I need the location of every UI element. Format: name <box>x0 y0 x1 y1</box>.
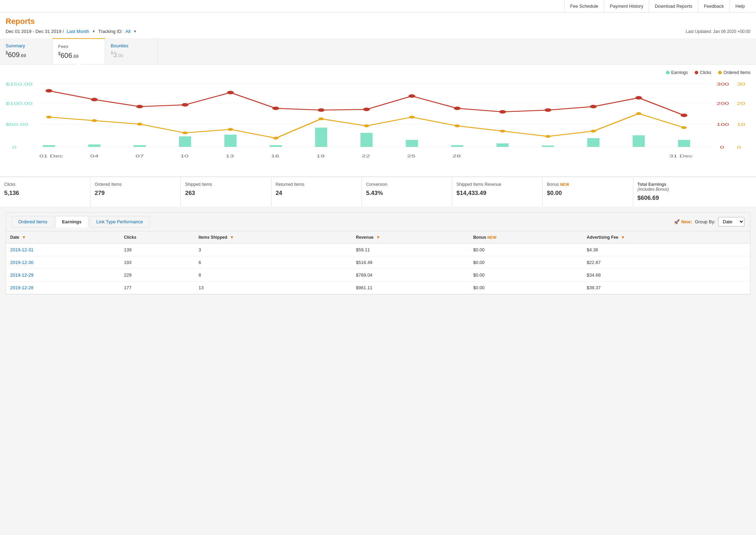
date-link[interactable]: 2019-12-28 <box>10 285 34 290</box>
stat-ordered-items-label: Ordered Items <box>95 182 176 187</box>
tab-link-type-performance[interactable]: Link Type Performance <box>90 216 150 228</box>
th-revenue[interactable]: Revenue ▼ <box>352 231 469 244</box>
chart-wrapper: $150.00 $100.00 $50.00 0 300 200 100 0 3… <box>6 79 750 171</box>
group-by-select[interactable]: Date Month Week <box>718 217 744 226</box>
th-date[interactable]: Date ▼ <box>6 231 120 244</box>
summary-tab-fees[interactable]: Fees $606.69 <box>53 38 105 64</box>
cell-bonus: $0.00 <box>469 269 583 281</box>
date-link[interactable]: 2019-12-30 <box>10 260 34 265</box>
stat-bonus: Bonus NEW $0.00 <box>543 177 633 206</box>
cell-advertising-fee: $34.68 <box>583 269 750 281</box>
stat-conversion-label: Conversion <box>366 182 448 187</box>
cell-clicks: 177 <box>120 281 194 294</box>
tracking-dropdown-arrow[interactable]: ▼ <box>133 29 137 33</box>
chart-svg: $150.00 $100.00 $50.00 0 300 200 100 0 3… <box>6 79 750 170</box>
clicks-label: Clicks <box>700 70 711 75</box>
svg-text:19: 19 <box>316 154 325 158</box>
svg-rect-28 <box>587 138 599 147</box>
table-tab-group: Ordered Items Earnings Link Type Perform… <box>12 216 150 228</box>
svg-text:100: 100 <box>716 122 729 127</box>
date-dropdown-arrow[interactable]: ▼ <box>92 29 96 33</box>
svg-point-39 <box>408 94 415 98</box>
svg-rect-16 <box>43 145 55 147</box>
svg-text:30: 30 <box>737 82 745 86</box>
th-bonus: Bonus NEW <box>469 231 583 244</box>
tab-earnings[interactable]: Earnings <box>55 216 88 228</box>
svg-rect-29 <box>633 135 645 147</box>
th-advertising-fee[interactable]: Advertising Fee ▼ <box>583 231 750 244</box>
cell-revenue: $516.49 <box>352 256 469 269</box>
svg-point-51 <box>273 137 278 140</box>
date-range-row: Dec 01 2019 - Dec 31 2019 / Last Month ▼… <box>6 29 750 34</box>
svg-rect-25 <box>451 145 463 147</box>
svg-text:16: 16 <box>271 154 280 158</box>
svg-point-34 <box>182 103 188 107</box>
svg-rect-21 <box>270 145 282 147</box>
cell-advertising-fee: $4.36 <box>583 243 750 256</box>
table-header-row: Date ▼ Clicks Items Shipped ▼ Revenue ▼ … <box>6 231 750 244</box>
summary-tab-bounties[interactable]: Bounties $3.00 <box>105 38 158 64</box>
svg-point-58 <box>591 130 596 133</box>
svg-rect-17 <box>88 144 101 147</box>
bounties-tab-amount: $3.00 <box>111 50 147 59</box>
last-month-link[interactable]: Last Month <box>67 29 89 34</box>
stat-returned-items-label: Returned Items <box>276 182 357 187</box>
stat-conversion-value: 5.43% <box>366 190 448 197</box>
summary-tab-summary[interactable]: Summary $609.69 <box>0 38 53 64</box>
summary-tab-amount: $609.69 <box>6 50 42 59</box>
svg-point-57 <box>545 135 550 138</box>
fees-tab-amount: $606.69 <box>58 51 94 60</box>
tab-ordered-items[interactable]: Ordered Items <box>12 216 54 228</box>
svg-text:04: 04 <box>90 154 99 158</box>
svg-point-40 <box>454 107 460 110</box>
cell-items-shipped: 3 <box>194 243 352 256</box>
stat-bonus-label: Bonus NEW <box>547 182 628 187</box>
fee-schedule-button[interactable]: Fee Schedule <box>564 0 604 12</box>
svg-point-45 <box>681 114 687 117</box>
svg-point-52 <box>318 117 324 120</box>
svg-point-35 <box>227 91 234 94</box>
group-by-section: 🚀 New: Group By: Date Month Week <box>674 217 744 226</box>
svg-point-50 <box>228 128 233 131</box>
svg-point-59 <box>636 112 641 115</box>
cell-date: 2019-12-29 <box>6 269 120 281</box>
tabs-spacer <box>158 38 756 64</box>
svg-point-38 <box>363 108 370 111</box>
feedback-button[interactable]: Feedback <box>698 0 729 12</box>
svg-rect-23 <box>360 133 373 147</box>
tracking-value[interactable]: All <box>125 29 130 34</box>
svg-point-60 <box>681 126 687 129</box>
svg-text:28: 28 <box>453 154 461 158</box>
bonus-header-badge: NEW <box>487 235 496 239</box>
help-button[interactable]: Help <box>729 0 750 12</box>
main-container: Reports Dec 01 2019 - Dec 31 2019 / Last… <box>0 13 756 206</box>
download-reports-button[interactable]: Download Reports <box>649 0 698 12</box>
svg-point-55 <box>454 124 460 127</box>
date-link[interactable]: 2019-12-29 <box>10 272 34 278</box>
th-items-shipped[interactable]: Items Shipped ▼ <box>194 231 352 244</box>
chart-section: Earnings Clicks Ordered Items $150.00 $1… <box>0 65 756 177</box>
svg-rect-20 <box>224 135 236 147</box>
stats-row: Clicks 5,136 Ordered Items 279 Shipped I… <box>0 177 756 206</box>
svg-point-49 <box>182 131 187 134</box>
stat-shipped-revenue-value: $14,433.49 <box>456 190 538 197</box>
svg-rect-22 <box>315 128 327 147</box>
ordered-items-label: Ordered Items <box>723 70 750 75</box>
svg-text:$150.00: $150.00 <box>6 82 33 86</box>
th-clicks: Clicks <box>120 231 194 244</box>
stat-returned-items: Returned Items 24 <box>272 177 362 206</box>
date-sort-arrow: ▼ <box>22 235 26 240</box>
stat-clicks: Clicks 5,136 <box>0 177 90 206</box>
stat-clicks-label: Clicks <box>4 182 86 187</box>
svg-point-32 <box>91 98 98 101</box>
legend-earnings: Earnings <box>666 70 688 75</box>
date-link[interactable]: 2019-12-31 <box>10 247 34 252</box>
earnings-dot <box>666 71 669 74</box>
svg-rect-26 <box>496 143 509 147</box>
stat-shipped-revenue: Shipped Items Revenue $14,433.49 <box>452 177 543 206</box>
svg-point-37 <box>318 108 324 112</box>
svg-text:07: 07 <box>136 154 144 158</box>
payment-history-button[interactable]: Payment History <box>604 0 649 12</box>
svg-point-43 <box>590 105 597 108</box>
last-updated: Last Updated: Jan 06 2020 +00:00 <box>686 29 750 34</box>
